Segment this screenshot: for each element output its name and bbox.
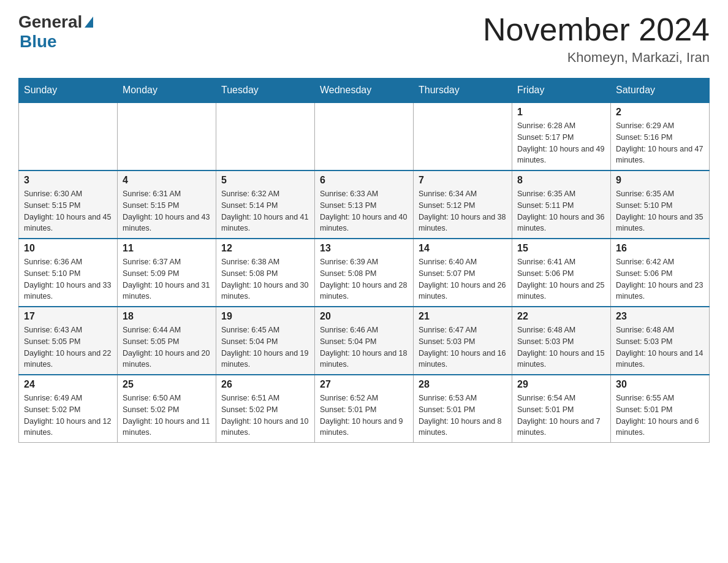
calendar-cell: 2Sunrise: 6:29 AMSunset: 5:16 PMDaylight… — [611, 102, 710, 170]
day-number: 29 — [517, 379, 605, 390]
calendar-cell: 27Sunrise: 6:52 AMSunset: 5:01 PMDayligh… — [315, 375, 414, 443]
calendar-week-row: 17Sunrise: 6:43 AMSunset: 5:05 PMDayligh… — [19, 307, 710, 375]
calendar-cell: 26Sunrise: 6:51 AMSunset: 5:02 PMDayligh… — [216, 375, 315, 443]
day-info: Sunrise: 6:28 AMSunset: 5:17 PMDaylight:… — [517, 120, 605, 166]
day-number: 20 — [320, 311, 408, 322]
calendar-cell: 8Sunrise: 6:35 AMSunset: 5:11 PMDaylight… — [512, 170, 611, 239]
day-info: Sunrise: 6:51 AMSunset: 5:02 PMDaylight:… — [221, 393, 309, 439]
day-number: 10 — [24, 243, 112, 254]
day-number: 22 — [517, 311, 605, 322]
weekday-header-sunday: Sunday — [19, 79, 118, 103]
day-number: 1 — [517, 107, 605, 118]
day-number: 21 — [419, 311, 507, 322]
day-info: Sunrise: 6:31 AMSunset: 5:15 PMDaylight:… — [123, 188, 211, 234]
day-number: 14 — [419, 243, 507, 254]
location-text: Khomeyn, Markazi, Iran — [483, 50, 710, 66]
day-info: Sunrise: 6:47 AMSunset: 5:03 PMDaylight:… — [419, 324, 507, 370]
weekday-header-row: SundayMondayTuesdayWednesdayThursdayFrid… — [19, 79, 710, 103]
day-info: Sunrise: 6:45 AMSunset: 5:04 PMDaylight:… — [221, 324, 309, 370]
day-number: 23 — [616, 311, 704, 322]
calendar-cell: 6Sunrise: 6:33 AMSunset: 5:13 PMDaylight… — [315, 170, 414, 239]
calendar-cell: 11Sunrise: 6:37 AMSunset: 5:09 PMDayligh… — [118, 239, 216, 307]
day-info: Sunrise: 6:49 AMSunset: 5:02 PMDaylight:… — [24, 393, 112, 439]
calendar-cell: 16Sunrise: 6:42 AMSunset: 5:06 PMDayligh… — [611, 239, 710, 307]
day-number: 30 — [616, 379, 704, 390]
calendar-cell: 24Sunrise: 6:49 AMSunset: 5:02 PMDayligh… — [19, 375, 118, 443]
title-section: November 2024 Khomeyn, Markazi, Iran — [483, 12, 710, 66]
day-info: Sunrise: 6:36 AMSunset: 5:10 PMDaylight:… — [24, 256, 112, 302]
calendar-cell: 15Sunrise: 6:41 AMSunset: 5:06 PMDayligh… — [512, 239, 611, 307]
day-number: 18 — [123, 311, 211, 322]
day-number: 26 — [221, 379, 309, 390]
day-number: 11 — [123, 243, 211, 254]
weekday-header-saturday: Saturday — [611, 79, 710, 103]
day-info: Sunrise: 6:53 AMSunset: 5:01 PMDaylight:… — [419, 393, 507, 439]
calendar-cell: 4Sunrise: 6:31 AMSunset: 5:15 PMDaylight… — [118, 170, 216, 239]
day-number: 19 — [221, 311, 309, 322]
day-number: 24 — [24, 379, 112, 390]
calendar-cell — [315, 102, 414, 170]
logo-general-text: General — [18, 12, 82, 32]
page-header: General Blue November 2024 Khomeyn, Mark… — [18, 12, 710, 66]
day-info: Sunrise: 6:48 AMSunset: 5:03 PMDaylight:… — [616, 324, 704, 370]
calendar-cell: 20Sunrise: 6:46 AMSunset: 5:04 PMDayligh… — [315, 307, 414, 375]
day-number: 2 — [616, 107, 704, 118]
day-info: Sunrise: 6:41 AMSunset: 5:06 PMDaylight:… — [517, 256, 605, 302]
day-info: Sunrise: 6:48 AMSunset: 5:03 PMDaylight:… — [517, 324, 605, 370]
day-info: Sunrise: 6:30 AMSunset: 5:15 PMDaylight:… — [24, 188, 112, 234]
calendar-cell: 28Sunrise: 6:53 AMSunset: 5:01 PMDayligh… — [414, 375, 512, 443]
calendar-cell: 22Sunrise: 6:48 AMSunset: 5:03 PMDayligh… — [512, 307, 611, 375]
day-number: 13 — [320, 243, 408, 254]
day-number: 3 — [24, 175, 112, 186]
calendar-week-row: 3Sunrise: 6:30 AMSunset: 5:15 PMDaylight… — [19, 170, 710, 239]
calendar-cell — [19, 102, 118, 170]
day-info: Sunrise: 6:40 AMSunset: 5:07 PMDaylight:… — [419, 256, 507, 302]
weekday-header-friday: Friday — [512, 79, 611, 103]
calendar-cell: 5Sunrise: 6:32 AMSunset: 5:14 PMDaylight… — [216, 170, 315, 239]
day-number: 25 — [123, 379, 211, 390]
day-info: Sunrise: 6:38 AMSunset: 5:08 PMDaylight:… — [221, 256, 309, 302]
calendar-cell: 17Sunrise: 6:43 AMSunset: 5:05 PMDayligh… — [19, 307, 118, 375]
calendar-cell: 18Sunrise: 6:44 AMSunset: 5:05 PMDayligh… — [118, 307, 216, 375]
calendar-week-row: 10Sunrise: 6:36 AMSunset: 5:10 PMDayligh… — [19, 239, 710, 307]
day-info: Sunrise: 6:29 AMSunset: 5:16 PMDaylight:… — [616, 120, 704, 166]
calendar-cell: 19Sunrise: 6:45 AMSunset: 5:04 PMDayligh… — [216, 307, 315, 375]
day-number: 28 — [419, 379, 507, 390]
day-info: Sunrise: 6:37 AMSunset: 5:09 PMDaylight:… — [123, 256, 211, 302]
day-info: Sunrise: 6:54 AMSunset: 5:01 PMDaylight:… — [517, 393, 605, 439]
day-info: Sunrise: 6:33 AMSunset: 5:13 PMDaylight:… — [320, 188, 408, 234]
calendar-cell: 10Sunrise: 6:36 AMSunset: 5:10 PMDayligh… — [19, 239, 118, 307]
day-info: Sunrise: 6:42 AMSunset: 5:06 PMDaylight:… — [616, 256, 704, 302]
weekday-header-tuesday: Tuesday — [216, 79, 315, 103]
day-number: 15 — [517, 243, 605, 254]
day-number: 16 — [616, 243, 704, 254]
day-number: 17 — [24, 311, 112, 322]
logo-triangle-icon — [85, 17, 93, 28]
calendar-week-row: 24Sunrise: 6:49 AMSunset: 5:02 PMDayligh… — [19, 375, 710, 443]
month-title: November 2024 — [483, 12, 710, 47]
calendar-cell: 7Sunrise: 6:34 AMSunset: 5:12 PMDaylight… — [414, 170, 512, 239]
day-info: Sunrise: 6:52 AMSunset: 5:01 PMDaylight:… — [320, 393, 408, 439]
day-info: Sunrise: 6:46 AMSunset: 5:04 PMDaylight:… — [320, 324, 408, 370]
weekday-header-thursday: Thursday — [414, 79, 512, 103]
calendar-cell: 21Sunrise: 6:47 AMSunset: 5:03 PMDayligh… — [414, 307, 512, 375]
calendar-cell — [118, 102, 216, 170]
calendar-cell: 13Sunrise: 6:39 AMSunset: 5:08 PMDayligh… — [315, 239, 414, 307]
calendar-cell: 30Sunrise: 6:55 AMSunset: 5:01 PMDayligh… — [611, 375, 710, 443]
calendar-table: SundayMondayTuesdayWednesdayThursdayFrid… — [18, 78, 710, 443]
day-info: Sunrise: 6:43 AMSunset: 5:05 PMDaylight:… — [24, 324, 112, 370]
calendar-week-row: 1Sunrise: 6:28 AMSunset: 5:17 PMDaylight… — [19, 102, 710, 170]
day-number: 12 — [221, 243, 309, 254]
calendar-cell — [216, 102, 315, 170]
day-info: Sunrise: 6:32 AMSunset: 5:14 PMDaylight:… — [221, 188, 309, 234]
day-info: Sunrise: 6:35 AMSunset: 5:11 PMDaylight:… — [517, 188, 605, 234]
weekday-header-wednesday: Wednesday — [315, 79, 414, 103]
day-number: 7 — [419, 175, 507, 186]
day-info: Sunrise: 6:44 AMSunset: 5:05 PMDaylight:… — [123, 324, 211, 370]
weekday-header-monday: Monday — [118, 79, 216, 103]
day-info: Sunrise: 6:39 AMSunset: 5:08 PMDaylight:… — [320, 256, 408, 302]
day-number: 4 — [123, 175, 211, 186]
day-info: Sunrise: 6:34 AMSunset: 5:12 PMDaylight:… — [419, 188, 507, 234]
calendar-cell: 3Sunrise: 6:30 AMSunset: 5:15 PMDaylight… — [19, 170, 118, 239]
day-number: 6 — [320, 175, 408, 186]
